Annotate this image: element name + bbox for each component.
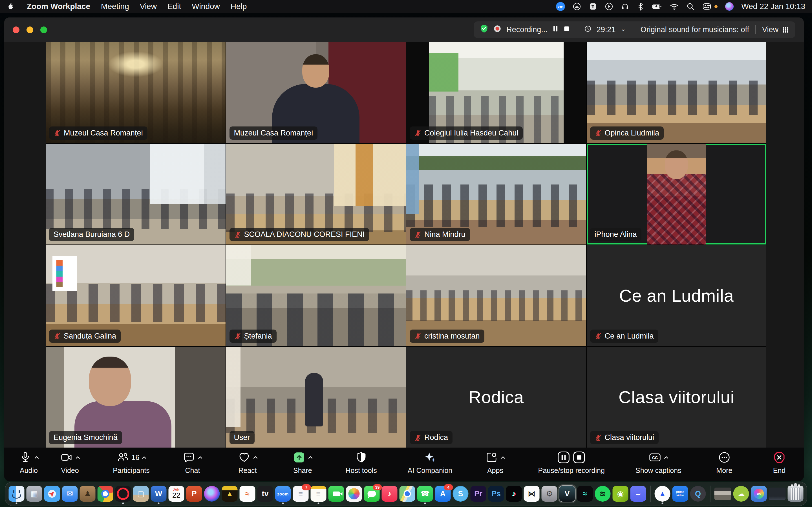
dock-item-mail[interactable]: ✉ (62, 486, 78, 502)
video-tile-sandu-a-galina[interactable]: Sanduța Galina (46, 245, 225, 346)
dock-item-contacts[interactable]: ♟ (80, 486, 96, 502)
close-window-button[interactable] (13, 26, 19, 33)
video-tile-rodica[interactable]: RodicaRodica (406, 347, 586, 448)
video-tile-scoala-diaconu-coresi-fieni[interactable]: SCOALA DIACONU CORESI FIENI (226, 144, 406, 245)
meeting-timer[interactable]: 29:21 (597, 25, 616, 34)
battery-icon[interactable] (652, 2, 662, 11)
dock-item-vn-video-editor[interactable]: V (559, 486, 575, 502)
dock-item-discord[interactable]: ⌣ (630, 486, 646, 502)
show-captions-button[interactable]: CCShow captions (636, 450, 681, 481)
dock-item-nvidia-geforce[interactable]: ◉ (613, 486, 628, 502)
participants-button[interactable]: 16Participants (113, 450, 150, 481)
dock-item-nordvpn[interactable]: ▲ (655, 486, 670, 502)
react-button[interactable]: React (236, 450, 260, 481)
spotlight-search-icon[interactable] (686, 2, 695, 11)
dock-item-tiktok[interactable]: ♪ (506, 486, 522, 502)
dock-item-maps[interactable] (400, 486, 415, 502)
end-button[interactable]: End (767, 450, 792, 481)
play-circle-icon[interactable] (605, 2, 613, 11)
video-tile-iphone-alina[interactable]: iPhone Alina (587, 144, 767, 245)
dock-item-word[interactable]: W (151, 486, 167, 502)
dock-item-apple-tv[interactable]: tv (257, 486, 273, 502)
dock-item-premiere-pro[interactable]: Pr (470, 486, 486, 502)
video-tile-ce-an-ludmila[interactable]: Ce an LudmilaCe an Ludmila (587, 245, 767, 346)
dock-item-siri[interactable] (204, 486, 220, 502)
security-shield-icon[interactable] (480, 24, 488, 35)
dock-item-app-store[interactable]: A4 (435, 486, 451, 502)
video-tile-muzeul-casa-roman-ei[interactable]: Muzeul Casa Romanței (46, 42, 225, 143)
menubar-clock[interactable]: Wed 22 Jan 10:13 (741, 2, 805, 11)
dock-item-launchpad[interactable]: ▦ (27, 486, 42, 502)
dock-item-capcut[interactable]: ⋈ (524, 486, 540, 502)
video-tile-eugenia-smochin[interactable]: Eugenia Smochină (46, 347, 225, 448)
menu-edit[interactable]: Edit (167, 2, 181, 11)
dock-item-quicktime[interactable]: Q (690, 486, 706, 502)
ai-companion-button[interactable]: AI Companion (408, 450, 452, 481)
chevron-up-icon[interactable] (308, 456, 313, 459)
dock-item-chrome[interactable] (98, 486, 113, 502)
text-editor-app-icon[interactable] (589, 2, 597, 11)
dock-item-settings[interactable]: ⚙ (542, 486, 557, 502)
chevron-up-icon[interactable] (664, 456, 668, 459)
dock-item-messages[interactable]: 39 (364, 486, 380, 502)
video-tile-clasa-viitorului[interactable]: Clasa viitoruluiClasa viitorului (587, 347, 767, 448)
video-tile-muzeul-casa-roman-ei[interactable]: Muzeul Casa Romanței (226, 42, 406, 143)
dock-item-wave-app[interactable]: ≈ (240, 486, 255, 502)
menu-view[interactable]: View (140, 2, 157, 11)
audio-button[interactable]: Audio (17, 450, 41, 481)
video-tile-svetlana-buruiana-6-d[interactable]: Svetlana Buruiana 6 D (46, 144, 225, 245)
video-button[interactable]: Video (58, 450, 82, 481)
dock-item-zoom[interactable]: zoom (275, 486, 291, 502)
stop-recording-button[interactable] (563, 25, 569, 34)
dock-item-music[interactable]: ♪ (382, 486, 398, 502)
dock-item-opera[interactable] (115, 486, 131, 502)
dock-item-safari[interactable]: ➤ (44, 486, 60, 502)
dock-item-photo-preview[interactable]: ▢ (133, 486, 149, 502)
chevron-up-icon[interactable] (198, 456, 202, 459)
bluetooth-icon[interactable] (637, 2, 644, 11)
dock-item-reminders[interactable]: ≡7 (293, 486, 309, 502)
pause-stop-recording-button[interactable]: Pause/stop recording (538, 450, 605, 481)
dock-item-trash[interactable] (788, 486, 804, 502)
dock-item-creative-cloud[interactable]: ∞ (751, 486, 767, 502)
video-tile-colegiul-iulia-hasdeu-cahul[interactable]: Colegiul Iulia Hasdeu Cahul (406, 42, 586, 143)
timer-chevron-down-icon[interactable]: ⌄ (620, 25, 626, 33)
pause-recording-button[interactable] (553, 25, 558, 34)
menu-window[interactable]: Window (192, 2, 220, 11)
video-tile-nina-mindru[interactable]: Nina Mindru (406, 144, 586, 245)
dock-item-whatsapp[interactable]: ☎ (417, 486, 433, 502)
dock-item-minimized-window-2[interactable] (769, 488, 786, 500)
menu-zoom-workplace[interactable]: Zoom Workplace (27, 2, 90, 11)
apple-menu-icon[interactable] (7, 3, 13, 10)
zoom-menubar-icon[interactable]: zm (556, 2, 565, 11)
mountain-app-icon[interactable] (573, 2, 581, 11)
dock-item-photos[interactable] (346, 486, 362, 502)
dock-item-spotify[interactable]: ≋ (595, 486, 611, 502)
menu-help[interactable]: Help (231, 2, 247, 11)
dock-item-facetime[interactable] (328, 486, 344, 502)
chevron-up-icon[interactable] (35, 456, 39, 459)
dock-item-notes[interactable]: ≡ (311, 486, 326, 502)
dock-item-cloud-folder[interactable]: ☁ (733, 486, 749, 502)
chevron-up-icon[interactable] (142, 456, 146, 459)
dock-item-flame-app[interactable]: ▲ (222, 486, 238, 502)
siri-icon[interactable] (725, 2, 733, 11)
view-button[interactable]: View (762, 25, 789, 34)
video-tile-opinca-liudmila[interactable]: Opinca Liudmila (587, 42, 767, 143)
dock-item-waveform-app[interactable]: ≈ (577, 486, 593, 502)
chevron-up-icon[interactable] (75, 456, 80, 459)
dock-item-prime-video[interactable]: prime video (672, 486, 688, 502)
video-tile-tefania[interactable]: Ștefania (226, 245, 406, 346)
headphones-icon[interactable] (621, 2, 629, 11)
host-tools-button[interactable]: Host tools (345, 450, 377, 481)
chevron-up-icon[interactable] (501, 456, 505, 459)
dock-item-photoshop[interactable]: Ps (488, 486, 504, 502)
chat-button[interactable]: Chat (181, 450, 205, 481)
dock-item-minimized-window-1[interactable] (714, 488, 731, 500)
apps-button[interactable]: Apps (483, 450, 507, 481)
dock-item-finder[interactable] (9, 486, 24, 502)
control-center-icon[interactable] (702, 2, 711, 11)
video-tile-cristina-mosutan[interactable]: cristina mosutan (406, 245, 586, 346)
minimize-window-button[interactable] (27, 26, 33, 33)
video-tile-user[interactable]: User (226, 347, 406, 448)
